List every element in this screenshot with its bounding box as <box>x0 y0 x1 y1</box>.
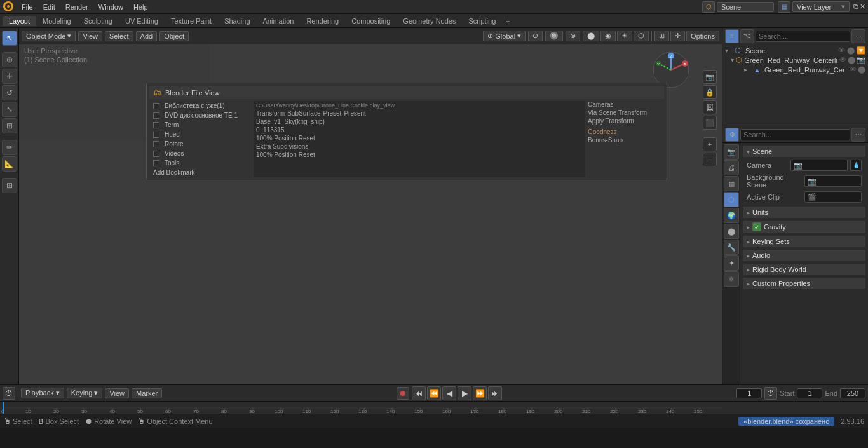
scene-icon-btn[interactable]: ⬡ <box>702 1 715 13</box>
tab-animation[interactable]: Animation <box>257 16 301 26</box>
fv-row-4[interactable]: Rotate <box>149 139 251 149</box>
tool-move[interactable]: ✛ <box>2 69 17 84</box>
tab-texture-paint[interactable]: Texture Paint <box>165 16 218 26</box>
tab-modeling[interactable]: Modeling <box>36 16 78 26</box>
camera-btn[interactable]: 📷 <box>703 70 717 84</box>
tab-compositing[interactable]: Compositing <box>345 16 397 26</box>
fv-row-3[interactable]: Hued <box>149 130 251 139</box>
camera-value[interactable]: 📷 <box>790 160 848 171</box>
record-btn[interactable]: ⏺ <box>397 387 409 400</box>
show-gizmos[interactable]: ✛ <box>670 31 685 41</box>
zoom-out-btn[interactable]: − <box>703 153 717 166</box>
outliner-icon[interactable]: ≡ <box>725 29 739 43</box>
tab-scripting[interactable]: Scripting <box>462 16 502 26</box>
end-frame-box[interactable]: 250 <box>840 388 865 398</box>
menu-window[interactable]: Window <box>93 2 128 12</box>
viewport-shading-rendered[interactable]: ☀ <box>617 31 632 41</box>
props-tab-scene[interactable]: ⬡ <box>724 192 739 207</box>
snapping[interactable]: 🔘 <box>545 31 563 41</box>
jump-end-btn[interactable]: ⏭ <box>488 386 502 400</box>
viewport-shading-wire[interactable]: ⬡ <box>634 31 649 41</box>
play-btn[interactable]: ▶ <box>458 386 471 400</box>
show-overlays[interactable]: ⊞ <box>654 31 669 41</box>
units-section-header[interactable]: ▸ Units <box>743 207 865 218</box>
fv-check-5[interactable] <box>153 151 159 157</box>
render-preview-btn[interactable]: 🖼 <box>703 100 717 114</box>
menu-help[interactable]: Help <box>128 2 153 12</box>
viewport-object-menu[interactable]: Object <box>159 31 189 41</box>
tool-select[interactable]: ↖ <box>2 31 17 46</box>
viewport-shading-material[interactable]: ◉ <box>600 31 616 41</box>
timeline-type-icon[interactable]: ⏱ <box>3 387 15 400</box>
menu-file[interactable]: File <box>17 2 38 12</box>
view-menu[interactable]: View <box>105 388 129 398</box>
jump-start-btn[interactable]: ⏮ <box>412 386 426 400</box>
current-frame-box[interactable]: 1 <box>736 388 762 398</box>
menu-render[interactable]: Render <box>60 2 93 12</box>
viewport-add-menu[interactable]: Add <box>136 31 158 41</box>
tab-shading[interactable]: Shading <box>218 16 256 26</box>
active-clip-value[interactable]: 🎬 <box>804 191 862 203</box>
fv-row-6[interactable]: Tools <box>149 158 251 168</box>
options-menu[interactable]: Options <box>686 31 719 41</box>
props-filter[interactable]: ⋯ <box>851 128 865 142</box>
render-icon-0[interactable]: ⬤ <box>848 56 855 64</box>
scene-collection-item[interactable]: ▾ ⬡ Scene 👁 ⬤ 🔽 <box>722 46 868 55</box>
zoom-in-btn[interactable]: + <box>703 137 717 151</box>
scene-name-field[interactable]: Scene <box>717 2 774 12</box>
fv-check-6[interactable] <box>153 160 159 166</box>
fv-row-add[interactable]: Add Bookmark <box>149 168 251 177</box>
lock-camera-btn[interactable]: 🔒 <box>703 85 717 99</box>
tool-add[interactable]: ⊞ <box>2 178 17 193</box>
camera-eyedropper[interactable]: 💧 <box>850 160 862 171</box>
proportional-edit[interactable]: ⊚ <box>566 31 580 41</box>
gravity-section-header[interactable]: ▸ ✓ Gravity <box>743 221 865 233</box>
props-tab-particles[interactable]: ✦ <box>724 255 739 271</box>
view-layer-field[interactable]: View Layer▾ <box>792 1 850 12</box>
render-icon-1[interactable]: ⬤ <box>858 65 865 74</box>
props-tab-object[interactable]: ⬤ <box>724 224 739 239</box>
props-search[interactable] <box>740 129 850 140</box>
pivot-point[interactable]: ⊙ <box>528 31 543 41</box>
tool-annotate[interactable]: ✏ <box>2 140 17 155</box>
props-tab-view-layer[interactable]: ▦ <box>724 176 739 191</box>
tab-uv-editing[interactable]: UV Editing <box>119 16 165 26</box>
play-reverse-btn[interactable]: ◀ <box>442 386 456 400</box>
fv-row-2[interactable]: Term <box>149 120 251 130</box>
transform-global[interactable]: ⊕ Global ▾ <box>483 31 526 41</box>
compositor-btn[interactable]: ⬛ <box>703 116 717 130</box>
background-scene-value[interactable]: 📷 <box>804 175 862 187</box>
marker-menu[interactable]: Marker <box>132 388 162 398</box>
props-header-icon[interactable]: ⚙ <box>725 128 739 142</box>
tool-rotate[interactable]: ↺ <box>2 85 17 100</box>
step-forward-btn[interactable]: ⏩ <box>473 386 487 400</box>
props-tab-output[interactable]: 🖨 <box>724 160 739 175</box>
custom-props-header[interactable]: ▸ Custom Properties <box>743 278 865 289</box>
visibility-icon-1[interactable]: 👁 <box>850 65 857 74</box>
fv-check-0[interactable] <box>153 103 159 109</box>
fv-check-4[interactable] <box>153 141 159 147</box>
tab-layout[interactable]: Layout <box>3 16 36 26</box>
fv-row-1[interactable]: DVD диск.основное TE 1 <box>149 111 251 120</box>
fv-row-5[interactable]: Videos <box>149 149 251 158</box>
frame-ruler[interactable]: 0 10 20 30 40 50 60 70 80 90 100 110 120… <box>0 401 868 414</box>
outliner-search[interactable] <box>756 31 850 42</box>
tool-transform[interactable]: ⊞ <box>2 118 17 133</box>
tool-scale[interactable]: ⤡ <box>2 102 17 117</box>
mode-selector[interactable]: Object Mode ▾ <box>22 31 76 41</box>
start-frame-box[interactable]: 1 <box>797 388 822 398</box>
scene-section-header[interactable]: ▾ Scene <box>743 146 865 157</box>
viewport-select-menu[interactable]: Select <box>105 31 133 41</box>
audio-section-header[interactable]: ▸ Audio <box>743 250 865 261</box>
step-back-btn[interactable]: ⏪ <box>427 386 441 400</box>
copy-scene-btn[interactable]: ⧉ <box>853 3 858 11</box>
outliner-item-0[interactable]: ▾ ⬡ Green_Red_Runway_Centerli 👁 ⬤ 📷 <box>722 55 868 65</box>
add-workspace-btn[interactable]: + <box>502 16 513 26</box>
outliner-item-1[interactable]: ▸ ▲ Green_Red_Runway_Cer 👁 ⬤ <box>722 65 868 74</box>
props-tab-modifier[interactable]: 🔧 <box>724 240 739 255</box>
props-tab-world[interactable]: 🌍 <box>724 208 739 223</box>
fv-row-0[interactable]: Библиотека с уже(1) <box>149 101 251 111</box>
fv-check-1[interactable] <box>153 112 159 119</box>
viewport-shading-solid[interactable]: ⬤ <box>583 31 599 41</box>
outliner-options[interactable]: ⋯ <box>851 29 865 43</box>
